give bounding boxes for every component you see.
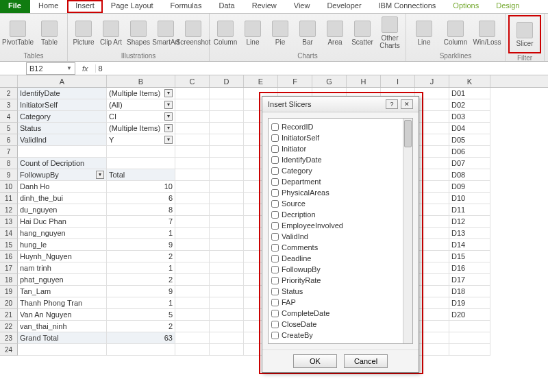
row-header-6[interactable]: 6 <box>0 134 18 146</box>
tab-page-layout[interactable]: Page Layout <box>103 0 162 13</box>
slicer-field-identifydate[interactable]: IdentifyDate <box>271 154 410 165</box>
ribbon-bar-button[interactable]: Bar <box>295 15 321 51</box>
ribbon-column-button[interactable]: Column <box>212 15 238 51</box>
row-header-21[interactable]: 21 <box>0 309 18 321</box>
cell[interactable] <box>210 332 244 344</box>
cell-b20[interactable]: 1 <box>107 297 175 309</box>
ribbon-pivottable-button[interactable]: PivotTable <box>3 15 33 51</box>
cell[interactable] <box>415 297 449 309</box>
ribbon-table-button[interactable]: Table <box>34 15 64 51</box>
slicer-field-validind[interactable]: ValidInd <box>271 231 410 242</box>
col-header-F[interactable]: F <box>278 75 312 87</box>
slicer-field-closedate[interactable]: CloseDate <box>271 319 410 330</box>
cell[interactable] <box>175 193 210 204</box>
cell-b18[interactable]: 2 <box>107 274 175 286</box>
cell-k21[interactable]: D20 <box>449 309 490 321</box>
ribbon-shapes-button[interactable]: Shapes <box>125 15 151 51</box>
cell[interactable] <box>175 239 210 251</box>
row-header-24[interactable]: 24 <box>0 344 18 356</box>
slicer-field-initiator[interactable]: Initiator <box>271 143 410 154</box>
cell[interactable] <box>210 134 244 146</box>
slicer-field-fap[interactable]: FAP <box>271 297 410 308</box>
slicer-field-checkbox[interactable] <box>271 310 279 317</box>
tab-options[interactable]: Options <box>445 0 488 13</box>
cell-k17[interactable]: D16 <box>449 262 490 274</box>
tab-view[interactable]: View <box>286 0 319 13</box>
slicer-field-checkbox[interactable] <box>271 200 279 208</box>
cell-b9[interactable]: Total <box>107 169 175 181</box>
cell[interactable] <box>415 158 449 169</box>
row-header-15[interactable]: 15 <box>0 239 18 251</box>
tab-insert[interactable]: Insert <box>67 0 103 13</box>
cell[interactable] <box>210 274 244 286</box>
row-header-19[interactable]: 19 <box>0 286 18 297</box>
slicer-field-checkbox[interactable] <box>271 189 279 197</box>
slicer-field-checkbox[interactable] <box>271 299 279 306</box>
row-header-11[interactable]: 11 <box>0 193 18 204</box>
cell[interactable] <box>210 158 244 169</box>
slicer-field-deadline[interactable]: Deadline <box>271 253 410 264</box>
ribbon-line-button[interactable]: Line <box>409 15 439 51</box>
tab-developer[interactable]: Developer <box>319 0 370 13</box>
cell-b8[interactable] <box>107 158 175 169</box>
cell-a4[interactable]: Category <box>18 111 107 123</box>
slicer-field-checkbox[interactable] <box>271 222 279 230</box>
cell[interactable] <box>210 286 244 297</box>
row-header-16[interactable]: 16 <box>0 251 18 262</box>
cell[interactable] <box>175 228 210 239</box>
col-header-A[interactable]: A <box>18 75 107 87</box>
row-header-5[interactable]: 5 <box>0 123 18 134</box>
cell-b13[interactable]: 7 <box>107 216 175 228</box>
ribbon-slicer-button[interactable]: Slicer <box>510 16 540 52</box>
tab-data[interactable]: Data <box>210 0 243 13</box>
cell-k5[interactable]: D04 <box>449 123 490 134</box>
cell-a17[interactable]: nam trinh <box>18 262 107 274</box>
cell[interactable] <box>175 344 210 356</box>
cell-k8[interactable]: D07 <box>449 158 490 169</box>
tab-design[interactable]: Design <box>488 0 528 13</box>
cell[interactable] <box>415 309 449 321</box>
cell-a18[interactable]: phat_nguyen <box>18 274 107 286</box>
cell[interactable] <box>415 111 449 123</box>
col-header-K[interactable]: K <box>449 75 490 87</box>
cell[interactable] <box>175 262 210 274</box>
cell[interactable] <box>210 146 244 158</box>
row-header-10[interactable]: 10 <box>0 181 18 193</box>
cell-b22[interactable]: 2 <box>107 321 175 332</box>
ribbon-area-button[interactable]: Area <box>322 15 348 51</box>
cell[interactable] <box>210 193 244 204</box>
cell[interactable] <box>210 181 244 193</box>
col-header-C[interactable]: C <box>175 75 210 87</box>
cell-a6[interactable]: ValidInd <box>18 134 107 146</box>
row-header-2[interactable]: 2 <box>0 88 18 99</box>
cell[interactable] <box>175 181 210 193</box>
cell-a2[interactable]: IdentifyDate <box>18 88 107 99</box>
cell-k14[interactable]: D13 <box>449 228 490 239</box>
cell-a10[interactable]: Danh Ho <box>18 181 107 193</box>
ribbon-win/loss-button[interactable]: Win/Loss <box>472 15 502 51</box>
tab-home[interactable]: Home <box>30 0 67 13</box>
cell[interactable] <box>415 216 449 228</box>
slicer-field-checkbox[interactable] <box>271 332 279 339</box>
filter-dropdown-icon[interactable]: ▾ <box>164 89 173 97</box>
cell-a15[interactable]: hung_le <box>18 239 107 251</box>
cell-b2[interactable]: (Multiple Items)▾ <box>107 88 175 99</box>
slicer-field-status[interactable]: Status <box>271 286 410 297</box>
cell[interactable] <box>415 134 449 146</box>
slicer-field-checkbox[interactable] <box>271 178 279 186</box>
cell[interactable] <box>415 262 449 274</box>
cell-a12[interactable]: du_nguyen <box>18 204 107 216</box>
dialog-scrollbar[interactable] <box>403 119 412 343</box>
cell[interactable] <box>415 99 449 111</box>
cell-a16[interactable]: Huynh_Nguyen <box>18 251 107 262</box>
cell[interactable] <box>210 169 244 181</box>
slicer-field-priorityrate[interactable]: PriorityRate <box>271 275 410 286</box>
cell[interactable] <box>415 274 449 286</box>
cell[interactable] <box>175 274 210 286</box>
cell-a23[interactable]: Grand Total <box>18 332 107 344</box>
ribbon-column-button[interactable]: Column <box>440 15 471 51</box>
cell-a3[interactable]: InitiatorSelf <box>18 99 107 111</box>
slicer-field-recordid[interactable]: RecordID <box>271 121 410 132</box>
cell-b19[interactable]: 9 <box>107 286 175 297</box>
row-header-23[interactable]: 23 <box>0 332 18 344</box>
